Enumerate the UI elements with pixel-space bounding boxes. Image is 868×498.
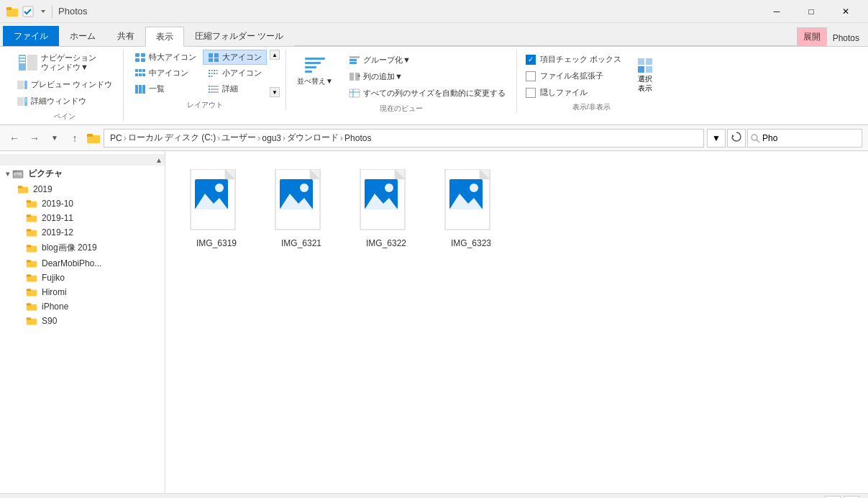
svg-line-71 xyxy=(757,140,759,142)
details-label: 詳細 xyxy=(222,83,238,94)
search-input[interactable] xyxy=(747,129,862,148)
item-checkbox-option[interactable]: ✓ 項目チェック ボックス xyxy=(523,53,624,66)
folder-2019-icon xyxy=(17,184,29,194)
sidebar-item-s90[interactable]: S90 xyxy=(0,314,165,328)
svg-point-70 xyxy=(751,135,757,140)
svg-rect-46 xyxy=(209,89,210,90)
address-segment-downloads[interactable]: ダウンロード xyxy=(287,132,339,144)
sort-by-button[interactable]: 並べ替え▼ xyxy=(292,50,338,90)
sidebar-item-2019[interactable]: 2019 xyxy=(0,182,165,196)
nav-pane-button[interactable]: ナビゲーション ウィンドウ▼ xyxy=(12,50,103,76)
extra-large-icon-button[interactable]: 特大アイコン xyxy=(129,50,201,65)
svg-rect-64 xyxy=(646,58,652,65)
svg-rect-7 xyxy=(19,56,25,58)
svg-rect-79 xyxy=(18,186,22,189)
sidebar-item-2019-11[interactable]: 2019-11 xyxy=(0,211,165,225)
svg-rect-81 xyxy=(27,201,31,203)
sidebar-header-pictures[interactable]: ▾ ピクチャ xyxy=(0,166,165,182)
sidebar-item-2019-10[interactable]: 2019-10 xyxy=(0,196,165,211)
svg-rect-66 xyxy=(646,66,652,73)
maximize-button[interactable]: □ xyxy=(795,0,828,23)
small-icon-button[interactable]: 小アイコン xyxy=(203,65,267,81)
address-segment-pc[interactable]: PC xyxy=(110,133,122,143)
svg-rect-30 xyxy=(209,53,213,58)
sidebar-item-2019-12[interactable]: 2019-12 xyxy=(0,225,165,240)
svg-rect-50 xyxy=(305,58,325,60)
sort-icon xyxy=(303,53,326,76)
select-button[interactable]: 選択 表示 xyxy=(630,50,660,99)
layout-scroll-up[interactable]: ▲ xyxy=(270,50,280,60)
list-button[interactable]: 一覧 xyxy=(129,81,201,96)
file-item-img6321[interactable]: IMG_6321 xyxy=(262,163,341,255)
folder-hiromi-icon xyxy=(26,287,37,297)
refresh-button[interactable] xyxy=(727,129,746,148)
medium-icon-button[interactable]: 中アイコン xyxy=(129,65,201,81)
sidebar-scroll-up[interactable]: ▲ xyxy=(0,154,165,166)
tab-expand[interactable]: 展開 xyxy=(797,27,827,46)
sidebar-item-iphone[interactable]: iPhone xyxy=(0,299,165,314)
sidebar-2019-10-label: 2019-10 xyxy=(42,199,73,209)
svg-point-115 xyxy=(385,184,393,192)
file-item-img6323[interactable]: IMG_6323 xyxy=(431,163,511,255)
large-icon-button[interactable]: 大アイコン xyxy=(203,50,267,65)
folder-iphone-icon xyxy=(26,302,37,312)
up-button[interactable]: ↑ xyxy=(66,130,83,147)
details-pane-button[interactable]: 詳細ウィンドウ xyxy=(12,94,91,109)
layout-scroll-down[interactable]: ▼ xyxy=(270,87,280,97)
tab-view[interactable]: 表示 xyxy=(145,27,184,47)
file-item-img6319[interactable]: IMG_6319 xyxy=(177,163,256,255)
sidebar-item-dearmobi[interactable]: DearMobiPho... xyxy=(0,256,165,271)
svg-rect-63 xyxy=(638,58,644,65)
sidebar-item-hiromi[interactable]: Hiromi xyxy=(0,285,165,299)
status-bar: 4 個の項目 xyxy=(0,493,868,498)
address-segment-photos[interactable]: Photos xyxy=(344,133,371,143)
file-item-img6322[interactable]: IMG_6322 xyxy=(347,163,426,255)
tab-file[interactable]: ファイル xyxy=(3,26,59,46)
recent-locations-button[interactable]: ▼ xyxy=(46,130,63,147)
file-extension-label: ファイル名拡張子 xyxy=(540,71,603,81)
tab-compress-tools[interactable]: 圧縮フォルダー ツール xyxy=(184,26,294,46)
hidden-files-option[interactable]: 隠しファイル xyxy=(523,86,624,99)
svg-rect-38 xyxy=(209,73,210,74)
svg-rect-39 xyxy=(211,73,213,74)
minimize-button[interactable]: ─ xyxy=(760,0,793,23)
folder-2019-10-icon xyxy=(26,199,37,209)
group-by-button[interactable]: グループ化▼ xyxy=(344,53,511,68)
extra-large-icon-label: 特大アイコン xyxy=(149,52,196,63)
address-segment-disk[interactable]: ローカル ディスク (C:) xyxy=(128,132,216,144)
address-dropdown-button[interactable]: ▼ xyxy=(707,129,726,148)
folder-2019-12-icon xyxy=(26,227,37,237)
close-button[interactable]: ✕ xyxy=(829,0,862,23)
refresh-icon xyxy=(731,131,742,142)
svg-point-77 xyxy=(19,173,21,174)
address-segment-ogu3[interactable]: ogu3 xyxy=(262,133,281,143)
svg-rect-53 xyxy=(305,71,312,73)
sidebar-item-fujiko[interactable]: Fujiko xyxy=(0,271,165,285)
address-segment-users[interactable]: ユーザー xyxy=(221,132,256,144)
tab-home[interactable]: ホーム xyxy=(59,26,106,46)
auto-resize-button[interactable]: すべての列のサイズを自動的に変更する xyxy=(344,86,511,101)
svg-rect-51 xyxy=(305,62,321,64)
file-extension-option[interactable]: ファイル名拡張子 xyxy=(523,69,624,83)
add-column-button[interactable]: + 列の追加▼ xyxy=(344,69,511,84)
pane-group-label: ペイン xyxy=(54,109,76,122)
ribbon-group-pane: ナビゲーション ウィンドウ▼ プレビュー ウィンドウ xyxy=(6,50,124,122)
tab-share[interactable]: 共有 xyxy=(106,26,145,46)
back-button[interactable]: ← xyxy=(6,130,23,147)
expand-icon: ▾ xyxy=(6,170,9,178)
group-by-label: グループ化▼ xyxy=(363,55,411,65)
checkmark-icon[interactable] xyxy=(22,5,35,18)
svg-rect-28 xyxy=(139,85,142,94)
details-button[interactable]: 詳細 xyxy=(203,81,267,96)
ribbon-group-current-view: 並べ替え▼ グループ化▼ xyxy=(286,50,517,114)
forward-button[interactable]: → xyxy=(26,130,43,147)
address-bar[interactable]: PC › ローカル ディスク (C:) › ユーザー › ogu3 › ダウンロ… xyxy=(104,129,704,148)
hidden-files-label: 隠しファイル xyxy=(540,87,588,98)
dropdown-icon[interactable] xyxy=(37,6,49,17)
preview-pane-button[interactable]: プレビュー ウィンドウ xyxy=(12,77,117,92)
svg-rect-18 xyxy=(141,53,145,57)
svg-rect-54 xyxy=(350,56,360,58)
show-hide-group-label: 表示/非表示 xyxy=(572,99,611,112)
folder-blog-icon xyxy=(26,243,37,253)
sidebar-item-blog[interactable]: blog画像 2019 xyxy=(0,240,165,256)
